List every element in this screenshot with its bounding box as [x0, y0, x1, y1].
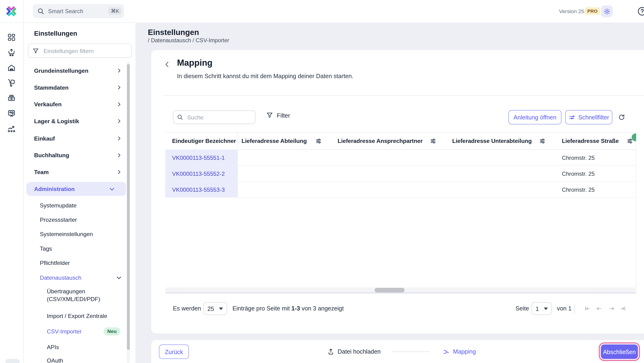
rail-item-sales[interactable]: [7, 48, 16, 57]
upload-icon: [328, 348, 334, 355]
sidebar-item-pflichtfelder[interactable]: Pflichtfelder: [24, 256, 136, 270]
neu-badge: Neu: [104, 327, 120, 336]
step-connector: [392, 352, 430, 352]
column-header-abteilung[interactable]: Lieferadresse Abteilung: [242, 132, 307, 150]
pro-badge: PRO: [585, 8, 600, 15]
step-title: Mapping: [177, 58, 212, 68]
mapping-icon: [443, 348, 450, 355]
dashboard-icon: [7, 33, 16, 42]
sidebar-scrollbar-thumb[interactable]: [127, 64, 130, 350]
column-settings-icon[interactable]: [539, 138, 546, 144]
table-search-input[interactable]: [186, 114, 252, 121]
sidebar-item-prozessstarter[interactable]: Prozessstarter: [24, 213, 136, 227]
column-header-ansprechpartner[interactable]: Lieferadresse Ansprechpartner: [338, 132, 423, 150]
sidebar-item-administration[interactable]: Administration: [26, 182, 126, 196]
corner-handle[interactable]: [6, 359, 20, 363]
sidebar-item-uebertragungen[interactable]: Übertragungen (CSV/XML/EDI/PDF): [47, 288, 125, 303]
sidebar-item-apis[interactable]: APIs: [24, 340, 136, 354]
smart-search-placeholder: Smart Search: [48, 8, 108, 14]
chevron-down-icon: [116, 275, 122, 281]
rail-item-billing[interactable]: [7, 94, 16, 103]
back-step-button[interactable]: Zurück: [159, 344, 189, 359]
cash-icon: [7, 94, 16, 103]
top-bar: Smart Search ⌘K Version 25.17.3 PRO: [0, 0, 644, 23]
main-area: Einstellungen / Datenaustausch / CSV-Imp…: [136, 22, 644, 363]
funnel-icon: [266, 112, 273, 119]
filter-label: Filter: [277, 112, 290, 118]
table-row[interactable]: VK0000113-55553-3 Chromstr. 25: [165, 182, 636, 198]
page-title: Einstellungen: [148, 28, 199, 37]
sidebar-item-lager-logistik[interactable]: Lager & Logistik: [24, 114, 136, 128]
back-button[interactable]: [164, 61, 171, 68]
horizontal-scrollbar-thumb[interactable]: [374, 288, 404, 292]
pagination-divider: [574, 304, 575, 314]
smart-search-bar[interactable]: Smart Search ⌘K: [33, 4, 124, 18]
page-of-label: von 1: [557, 305, 572, 312]
sidebar-item-systemupdate[interactable]: Systemupdate: [24, 198, 136, 212]
quickfilter-button[interactable]: Schnellfilter: [565, 110, 612, 124]
row-bezeichner-cell[interactable]: VK0000113-55552-2: [165, 166, 238, 182]
question-icon: [637, 6, 644, 16]
chevron-down-icon: [109, 186, 115, 192]
finish-button[interactable]: Abschließen: [601, 344, 638, 359]
next-page-button[interactable]: [608, 305, 615, 312]
sidebar-item-tags[interactable]: Tags: [24, 242, 136, 256]
page-size-select[interactable]: 25: [203, 302, 227, 315]
rail-item-warehouse[interactable]: [7, 63, 16, 72]
settings-button[interactable]: [601, 6, 613, 17]
table-search-field[interactable]: [173, 110, 256, 124]
xentral-logo[interactable]: [4, 4, 18, 18]
sidebar-item-stammdaten[interactable]: Stammdaten: [24, 80, 136, 94]
warehouse-icon: [7, 63, 16, 72]
sidebar-title: Einstellungen: [34, 30, 77, 38]
sidebar-item-import-export-zentrale[interactable]: Import / Export Zentrale: [24, 309, 136, 323]
sidebar-item-team[interactable]: Team: [24, 165, 136, 179]
row-bezeichner-cell[interactable]: VK0000113-55551-1: [165, 150, 238, 166]
step-upload[interactable]: Datei hochladen: [328, 340, 381, 363]
sidebar-item-einkauf[interactable]: Einkauf: [24, 132, 136, 146]
column-settings-icon[interactable]: [430, 138, 436, 144]
sidebar-filter-input[interactable]: [43, 47, 128, 54]
open-guide-button[interactable]: Anleitung öffnen: [508, 110, 562, 124]
row-bezeichner-cell[interactable]: VK0000113-55553-3: [165, 182, 238, 198]
caret-down-icon: [544, 308, 548, 310]
previous-page-button[interactable]: [596, 305, 603, 312]
table-row[interactable]: VK0000113-55552-2 Chromstr. 25: [165, 166, 636, 182]
column-header-strasse[interactable]: Lieferadresse Straße: [562, 132, 619, 150]
step-mapping[interactable]: Mapping: [443, 340, 476, 363]
table-row[interactable]: VK0000113-55551-1 Chromstr. 25: [165, 150, 636, 166]
page-select[interactable]: 1: [532, 302, 552, 315]
column-header-unterabteilung[interactable]: Lieferadresse Unterabteilung: [452, 132, 532, 150]
rail-item-logistics[interactable]: [7, 78, 16, 88]
help-button[interactable]: [637, 6, 644, 16]
sidebar-item-oauth[interactable]: OAuth: [24, 354, 136, 363]
sidebar-item-buchhaltung[interactable]: Buchhaltung: [24, 148, 136, 162]
filter-button[interactable]: Filter: [266, 112, 290, 119]
rail-item-pos[interactable]: [7, 109, 16, 118]
sidebar-item-csv-importer[interactable]: CSV-Importer Neu: [24, 324, 136, 338]
sidebar-filter-field[interactable]: [28, 44, 132, 58]
chevron-right-icon: [116, 85, 122, 90]
chevron-right-icon: [116, 68, 122, 74]
column-header-bezeichner[interactable]: Eindeutiger Bezeichner: [172, 132, 236, 150]
sidebar-item-systemeinstellungen[interactable]: Systemeinstellungen: [24, 227, 136, 241]
last-page-button[interactable]: [620, 305, 627, 312]
rail-item-dashboard[interactable]: [7, 33, 16, 42]
first-page-button[interactable]: [584, 305, 591, 312]
pos-board-icon: [7, 109, 16, 118]
chevron-right-icon: [116, 169, 122, 175]
mapping-card: Mapping In diesem Schritt kannst du mit …: [151, 50, 644, 334]
horizontal-scrollbar-track[interactable]: [165, 288, 636, 293]
chevron-right-icon: [116, 101, 122, 107]
column-settings-icon[interactable]: [316, 138, 322, 144]
caret-down-icon: [219, 308, 223, 310]
rail-item-analytics[interactable]: [7, 124, 16, 133]
sliders-icon: [568, 114, 575, 120]
sidebar-item-datenaustausch[interactable]: Datenaustausch: [24, 270, 136, 285]
section-divider: [164, 95, 644, 96]
row-strasse-cell: Chromstr. 25: [562, 166, 595, 182]
sidebar-item-grundeinstellungen[interactable]: Grundeinstellungen: [24, 64, 136, 78]
page-label: Seite: [516, 305, 529, 312]
sidebar-item-verkaufen[interactable]: Verkaufen: [24, 98, 136, 112]
refresh-button[interactable]: [618, 114, 625, 121]
